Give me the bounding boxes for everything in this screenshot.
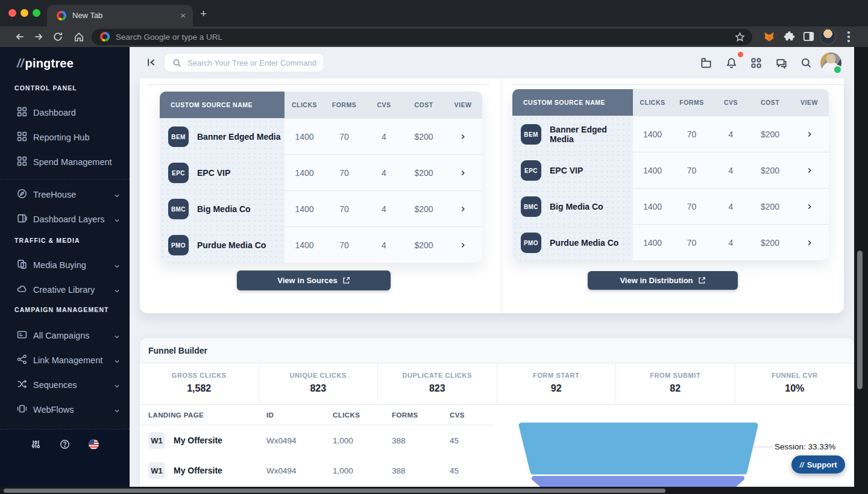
help-icon[interactable] bbox=[60, 439, 70, 449]
table-header-row: LANDING PAGE ID CLICKS FORMS CVS bbox=[140, 405, 494, 425]
url-bar[interactable] bbox=[92, 29, 752, 45]
table-row[interactable]: EPCEPC VIP 1400 70 4 $200 bbox=[512, 152, 829, 188]
sources-table-left: CUSTOM SOURCE NAME CLICKS FORMS CVS COST… bbox=[160, 92, 482, 263]
extensions-puzzle-icon[interactable] bbox=[784, 31, 795, 42]
metric-label: GROSS CLICKS bbox=[140, 372, 259, 379]
cvs-value: 4 bbox=[711, 166, 750, 175]
reload-icon[interactable] bbox=[52, 31, 63, 42]
view-in-sources-button[interactable]: View in Sources bbox=[237, 270, 391, 290]
chevron-down-icon[interactable] bbox=[113, 383, 121, 390]
view-row-chevron-icon[interactable] bbox=[790, 166, 829, 175]
sidebar-item-link-management[interactable]: Link Management bbox=[0, 352, 130, 370]
tab-close-icon[interactable]: × bbox=[180, 10, 186, 20]
table-row[interactable]: BEMBanner Edged Media 1400 70 4 $200 bbox=[512, 116, 829, 152]
sidebar-item-creative-library[interactable]: Creative Library bbox=[0, 282, 130, 300]
chevron-down-icon[interactable] bbox=[113, 407, 121, 414]
webflow-frames-icon bbox=[17, 404, 27, 414]
view-row-chevron-icon[interactable] bbox=[790, 239, 829, 247]
tree-search-box[interactable] bbox=[164, 53, 324, 72]
chevron-down-icon[interactable] bbox=[113, 287, 121, 295]
forms-value: 70 bbox=[672, 238, 711, 248]
view-row-chevron-icon[interactable] bbox=[790, 202, 829, 211]
view-row-chevron-icon[interactable] bbox=[790, 130, 829, 139]
metamask-extension-icon[interactable] bbox=[763, 31, 775, 43]
home-icon[interactable] bbox=[74, 31, 84, 42]
table-row[interactable]: EPCEPC VIP 1400 70 4 $200 bbox=[160, 154, 482, 190]
side-panel-icon[interactable] bbox=[803, 31, 814, 42]
metric-funnel-cvr: FUNNEL CVR 10% bbox=[735, 363, 855, 404]
macos-zoom-button[interactable] bbox=[33, 9, 40, 17]
browser-profile-avatar[interactable] bbox=[820, 28, 836, 45]
url-input[interactable] bbox=[116, 29, 658, 45]
chevron-down-icon[interactable] bbox=[113, 358, 121, 365]
sidebar-item-treehouse[interactable]: TreeHouse bbox=[0, 187, 130, 205]
app-logo[interactable]: //pingtree bbox=[17, 57, 74, 70]
back-icon[interactable] bbox=[14, 31, 25, 42]
table-row[interactable]: BMCBig Media Co 1400 70 4 $200 bbox=[512, 188, 829, 224]
clicks-value: 1400 bbox=[633, 202, 672, 211]
forms-value: 70 bbox=[324, 132, 364, 142]
us-flag-icon[interactable] bbox=[89, 439, 99, 449]
table-row[interactable]: W1My Offersite Wx0494 1,000 388 45 bbox=[140, 455, 494, 486]
sidebar-item-spend-management[interactable]: Spend Management bbox=[0, 154, 130, 172]
browser-menu-icon[interactable]: ••• bbox=[846, 30, 852, 43]
vertical-scrollbar-track[interactable] bbox=[854, 47, 868, 487]
user-avatar[interactable] bbox=[820, 52, 841, 73]
sidebar-item-all-campaigns[interactable]: All Campaigns bbox=[0, 328, 130, 346]
metric-value: 1,582 bbox=[140, 383, 259, 394]
col-view: VIEW bbox=[444, 101, 482, 108]
view-row-chevron-icon[interactable] bbox=[444, 205, 482, 213]
source-badge: PMO bbox=[168, 235, 189, 255]
horizontal-scrollbar-track[interactable] bbox=[0, 487, 868, 494]
view-row-chevron-icon[interactable] bbox=[444, 133, 482, 141]
source-name: Big Media Co bbox=[550, 202, 603, 211]
forward-icon[interactable] bbox=[33, 31, 44, 42]
new-tab-button[interactable]: + bbox=[200, 7, 207, 20]
source-badge: BEM bbox=[168, 127, 189, 147]
table-header-row: CUSTOM SOURCE NAME CLICKS FORMS CVS COST… bbox=[512, 89, 829, 116]
table-row[interactable]: BEMBanner Edged Media 1400 70 4 $200 bbox=[160, 118, 482, 154]
sidebar-item-dashboard[interactable]: Dashboard bbox=[0, 105, 130, 123]
apps-grid-icon[interactable] bbox=[750, 57, 762, 69]
chat-icon[interactable] bbox=[776, 57, 787, 69]
view-in-distribution-button[interactable]: View in Distribution bbox=[588, 271, 738, 290]
chevron-down-icon[interactable] bbox=[113, 333, 121, 340]
vertical-scrollbar-thumb[interactable] bbox=[857, 251, 863, 389]
bell-icon[interactable] bbox=[726, 57, 737, 69]
table-row[interactable]: PMOPurdue Media Co 1400 70 4 $200 bbox=[160, 227, 482, 263]
bookmark-star-icon[interactable] bbox=[735, 32, 745, 42]
sliders-icon[interactable] bbox=[31, 439, 41, 449]
cost-value: $200 bbox=[750, 166, 790, 175]
table-row[interactable]: PMOPurdue Media Co 1400 70 4 $200 bbox=[512, 224, 829, 260]
macos-minimize-button[interactable] bbox=[20, 9, 28, 17]
support-button[interactable]: // Support bbox=[791, 455, 845, 474]
cvs-value: 4 bbox=[364, 168, 404, 178]
tree-search-input[interactable] bbox=[187, 54, 320, 72]
source-badge: BEM bbox=[521, 124, 541, 145]
table-row[interactable]: W1My Offersite Wx0494 1,000 388 45 bbox=[140, 425, 494, 455]
sidebar-item-dashboard-layers[interactable]: Dashboard Layers bbox=[0, 211, 130, 230]
view-row-chevron-icon[interactable] bbox=[444, 169, 482, 177]
search-icon[interactable] bbox=[800, 57, 812, 69]
metric-gross-clicks: GROSS CLICKS 1,582 bbox=[140, 363, 259, 404]
chevron-down-icon[interactable] bbox=[113, 263, 121, 270]
sidebar-item-media-buying[interactable]: Media Buying bbox=[0, 257, 130, 275]
window-tab-icon[interactable] bbox=[700, 57, 712, 69]
browser-tab[interactable]: New Tab × bbox=[47, 5, 193, 27]
cvs-value: 4 bbox=[364, 132, 404, 142]
horizontal-scrollbar-thumb[interactable] bbox=[4, 489, 665, 493]
chevron-down-icon[interactable] bbox=[113, 217, 121, 224]
collapse-sidebar-icon[interactable] bbox=[146, 57, 157, 67]
sidebar-item-sequences[interactable]: Sequences bbox=[0, 377, 130, 395]
source-name: EPC VIP bbox=[197, 168, 230, 178]
logo-slashes-icon: // bbox=[17, 57, 24, 70]
sidebar-item-label: WebFlows bbox=[33, 405, 74, 414]
sidebar-item-reporting-hub[interactable]: Reporting Hub bbox=[0, 130, 130, 148]
view-row-chevron-icon[interactable] bbox=[444, 241, 482, 249]
panel-top-rule bbox=[148, 84, 489, 85]
sidebar-item-webflows[interactable]: WebFlows bbox=[0, 402, 130, 420]
macos-close-button[interactable] bbox=[8, 9, 16, 17]
table-row[interactable]: BMCBig Media Co 1400 70 4 $200 bbox=[160, 190, 482, 227]
chevron-down-icon[interactable] bbox=[113, 192, 121, 199]
funnel-metrics-row: GROSS CLICKS 1,582 UNIQUE CLICKS 823 DUP… bbox=[140, 363, 854, 405]
